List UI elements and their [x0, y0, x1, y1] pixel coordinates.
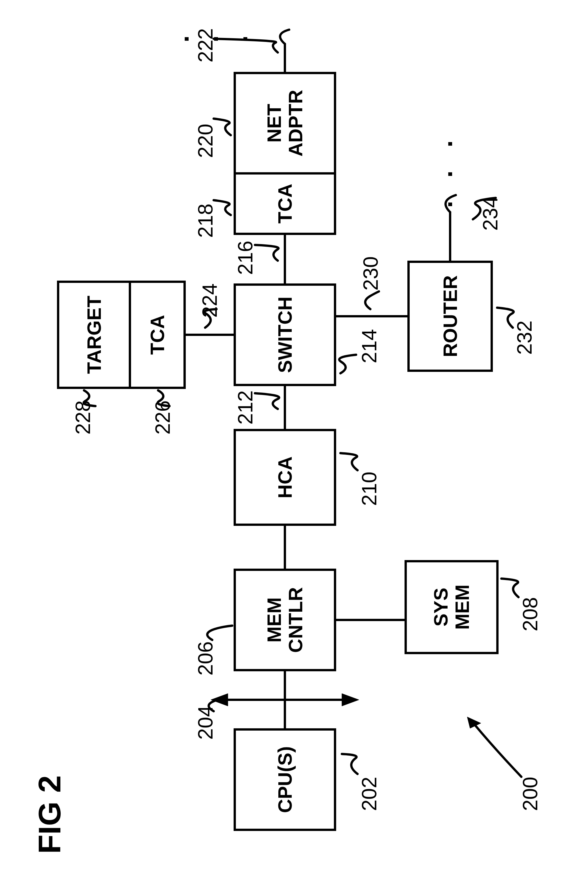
block-tca-right-label: TCA	[274, 184, 296, 224]
ref-204: 204	[194, 706, 217, 740]
ellipsis-netadptr: . . .	[165, 0, 253, 42]
ref-202: 202	[357, 777, 381, 811]
block-switch-label: SWITCH	[274, 297, 296, 373]
block-router-label: ROUTER	[440, 275, 461, 357]
block-memctlr: MEM CNTLR	[234, 569, 336, 671]
block-netadptr-label: NET ADPTR	[264, 90, 306, 157]
block-cpu: CPU(S)	[234, 728, 336, 831]
ref-214: 214	[357, 329, 381, 363]
ref-234: 234	[478, 196, 502, 231]
block-router: ROUTER	[407, 260, 493, 372]
block-cpu-label: CPU(S)	[274, 746, 296, 813]
ref-206: 206	[194, 641, 217, 676]
block-memctlr-label: MEM CNTLR	[264, 587, 306, 653]
block-tca-right: TCA	[234, 172, 336, 235]
ref-216: 216	[234, 241, 257, 275]
ref-210: 210	[357, 472, 381, 506]
block-tca-top: TCA	[129, 281, 186, 389]
block-hca: HCA	[234, 429, 336, 526]
ref-212: 212	[234, 390, 257, 424]
block-sysmem-label: SYS MEM	[430, 585, 473, 630]
ref-230: 230	[359, 256, 382, 290]
block-sysmem: SYS MEM	[405, 560, 498, 654]
ref-232: 232	[513, 321, 536, 355]
svg-marker-2	[211, 694, 228, 706]
figure-label: FIG 2	[32, 775, 68, 854]
block-tca-top-label: TCA	[147, 315, 168, 355]
ref-208: 208	[519, 597, 542, 631]
ref-228: 228	[71, 400, 94, 435]
ref-224: 224	[198, 283, 221, 318]
block-switch: SWITCH	[234, 283, 336, 386]
block-netadptr: NET ADPTR	[234, 72, 336, 175]
svg-marker-3	[342, 694, 359, 706]
ref-218: 218	[194, 203, 217, 238]
ref-220: 220	[194, 124, 217, 158]
ref-226: 226	[151, 400, 174, 435]
ref-200: 200	[519, 777, 542, 811]
ellipsis-router: . . .	[429, 132, 458, 208]
block-target-label: TARGET	[84, 296, 105, 374]
block-hca-label: HCA	[274, 456, 296, 498]
block-target: TARGET	[57, 281, 131, 389]
svg-marker-13	[467, 717, 481, 728]
